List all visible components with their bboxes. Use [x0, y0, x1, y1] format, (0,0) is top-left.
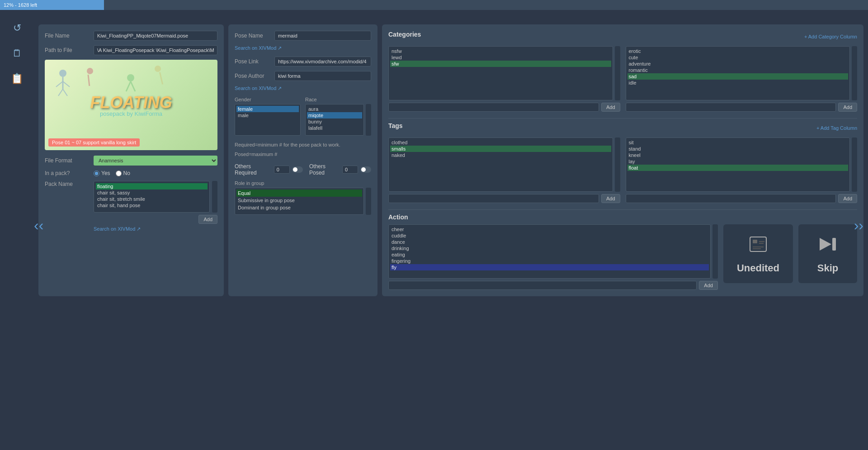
info-icon[interactable]: 🗒: [8, 44, 26, 62]
search-xivmod-link[interactable]: Search on XIVMod ↗: [94, 226, 217, 232]
race-item-bunny[interactable]: bunny: [307, 118, 362, 125]
main-content: File Name Path to File FLOATING posepack…: [34, 20, 868, 301]
role-item-equal[interactable]: Equal: [236, 189, 362, 197]
pack-item-chair-sassy[interactable]: chair sit, sassy: [96, 189, 208, 196]
unedited-box[interactable]: Unedited: [723, 224, 793, 283]
tag-naked[interactable]: naked: [390, 152, 611, 158]
nav-prev-button[interactable]: ‹‹: [34, 217, 43, 233]
notes-icon[interactable]: 📋: [8, 70, 26, 88]
cat-add-input2[interactable]: [626, 103, 836, 112]
pack-name-scrollbar[interactable]: [212, 181, 217, 213]
cat-cute[interactable]: cute: [627, 54, 849, 61]
pose-name-search-link[interactable]: Search on XIVMod ↗: [235, 45, 371, 51]
action-add-btn[interactable]: Add: [699, 281, 718, 290]
race-list: aura miqote bunny lalafell: [305, 104, 364, 136]
add-category-link[interactable]: + Add Category Column: [804, 34, 857, 39]
role-section: Role in group Equal Submissive in group …: [235, 180, 371, 215]
others-posed-input[interactable]: [342, 166, 358, 174]
role-scrollbar[interactable]: [366, 188, 371, 215]
skip-box[interactable]: Skip: [798, 224, 857, 283]
action-scrollbar[interactable]: [712, 224, 718, 279]
tag-scroll1[interactable]: [615, 137, 620, 192]
tag-add-input2[interactable]: [626, 194, 836, 203]
cat-sfw[interactable]: sfw: [390, 61, 611, 67]
cat-erotic[interactable]: erotic: [627, 48, 849, 54]
action-cheer[interactable]: cheer: [390, 226, 709, 232]
action-fingering[interactable]: fingering: [390, 258, 709, 264]
gender-item-female[interactable]: female: [236, 106, 299, 112]
cat-add-btn2[interactable]: Add: [838, 103, 857, 112]
category-col1: nsfw lewd sfw Add: [388, 46, 620, 112]
tag-kneel[interactable]: kneel: [627, 152, 849, 158]
others-posed-group: Others Posed: [309, 163, 371, 176]
tag-float[interactable]: float: [627, 165, 849, 171]
action-cuddle[interactable]: cuddle: [390, 232, 709, 239]
tag-sit[interactable]: sit: [627, 139, 849, 146]
cat-romantic[interactable]: romantic: [627, 67, 849, 73]
others-posed-toggle[interactable]: [360, 166, 371, 173]
in-pack-label: In a pack?: [45, 170, 90, 176]
pack-item-chair-stretch[interactable]: chair sit, stretch smile: [96, 196, 208, 202]
cat-add-input1[interactable]: [388, 103, 599, 112]
tag-add-btn1[interactable]: Add: [601, 194, 620, 203]
gender-item-male[interactable]: male: [236, 112, 299, 118]
action-drinking[interactable]: drinking: [390, 245, 709, 251]
pose-name-search-row: Search on XIVMod ↗: [235, 45, 371, 51]
radio-no-input[interactable]: [116, 171, 122, 176]
tag-add-btn2[interactable]: Add: [838, 194, 857, 203]
unedited-label: Unedited: [737, 262, 779, 274]
nav-next-button[interactable]: ››: [854, 217, 863, 233]
race-scrollbar[interactable]: [366, 104, 371, 136]
pose-author-input[interactable]: [274, 71, 371, 81]
skip-icon: [817, 233, 839, 259]
file-name-input[interactable]: [94, 31, 217, 41]
file-format-select[interactable]: Anamnesis: [94, 156, 217, 166]
tag-stand[interactable]: stand: [627, 146, 849, 152]
tag-smalls[interactable]: smalls: [390, 146, 611, 152]
race-item-aura[interactable]: aura: [307, 106, 362, 112]
cat-idle[interactable]: idle: [627, 80, 849, 86]
refresh-icon[interactable]: ↺: [8, 19, 26, 37]
in-pack-radio-group: Yes No: [94, 170, 130, 176]
gender-col: Gender female male: [235, 97, 301, 136]
add-tag-link[interactable]: + Add Tag Column: [816, 125, 857, 131]
tag-add-input1[interactable]: [388, 194, 599, 203]
tag-list-2: sit stand kneel lay float: [626, 137, 850, 192]
others-required-toggle[interactable]: [292, 166, 303, 173]
tag-clothed[interactable]: clothed: [390, 139, 611, 146]
tag-scroll2[interactable]: [852, 137, 857, 192]
action-fly[interactable]: fly: [390, 264, 709, 270]
cat-sad[interactable]: sad: [627, 73, 849, 80]
pose-author-row: Pose Author: [235, 71, 371, 81]
pack-item-floating[interactable]: floating: [96, 183, 208, 189]
pose-author-search-link[interactable]: Search on XIVMod ↗: [235, 85, 371, 91]
pack-add-button[interactable]: Add: [198, 215, 217, 224]
action-add-input[interactable]: [388, 281, 697, 290]
race-item-lalafell[interactable]: lalafell: [307, 125, 362, 131]
pose-link-input[interactable]: [274, 57, 371, 66]
pack-item-chair-hand[interactable]: chair sit, hand pose: [96, 202, 208, 208]
radio-yes-label[interactable]: Yes: [94, 170, 110, 176]
cat-add-btn1[interactable]: Add: [601, 103, 620, 112]
file-format-row: File Format Anamnesis: [45, 156, 217, 166]
radio-yes-input[interactable]: [94, 171, 99, 176]
cat-lewd[interactable]: lewd: [390, 54, 611, 61]
radio-yes-text: Yes: [101, 170, 110, 176]
race-item-miqote[interactable]: miqote: [307, 112, 362, 118]
cat-scroll2[interactable]: [852, 46, 857, 100]
tags-section: Tags + Add Tag Column clothed smalls nak…: [388, 122, 857, 203]
role-item-submissive[interactable]: Submissive in group pose: [236, 197, 362, 204]
path-input[interactable]: [94, 45, 217, 55]
radio-no-label[interactable]: No: [116, 170, 130, 176]
cat-nsfw[interactable]: nsfw: [390, 48, 611, 54]
file-format-label: File Format: [45, 157, 90, 164]
pose-name-input[interactable]: [274, 31, 371, 41]
action-dance[interactable]: dance: [390, 239, 709, 245]
action-list-col: cheer cuddle dance drinking eating finge…: [388, 224, 718, 290]
others-required-input[interactable]: [274, 166, 290, 174]
tag-lay[interactable]: lay: [627, 158, 849, 165]
cat-scroll1[interactable]: [615, 46, 620, 100]
cat-adventure[interactable]: adventure: [627, 61, 849, 67]
action-eating[interactable]: eating: [390, 251, 709, 258]
role-item-dominant[interactable]: Dominant in group pose: [236, 204, 362, 211]
